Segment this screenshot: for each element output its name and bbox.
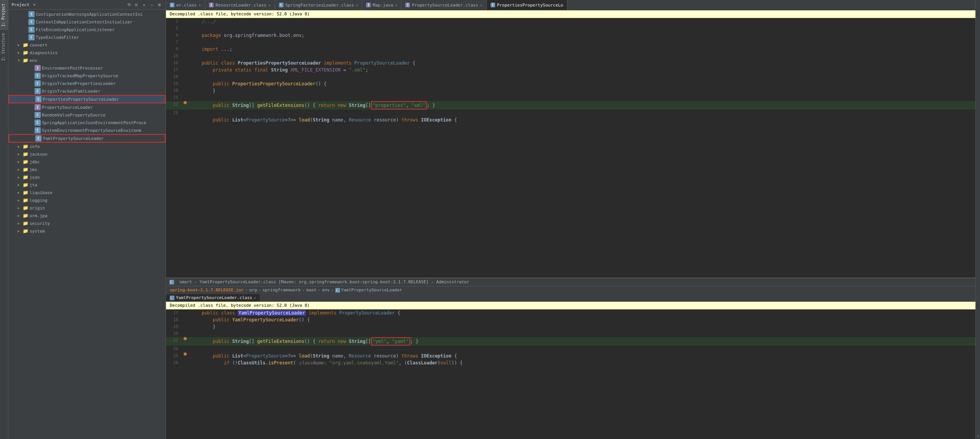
toolbar-icon-minimize[interactable]: — (149, 2, 155, 8)
left-sidebar-tabs: 1: Project Z: Structure (0, 0, 8, 439)
top-tab-bar: C er.class ✕ I ResourceLoader.class ✕ C … (166, 0, 975, 10)
tree-item-random-value[interactable]: C RandomValuePropertySource (8, 111, 166, 119)
class-icon: C (35, 88, 41, 94)
tree-item-logging[interactable]: ▶ 📁 logging (8, 196, 166, 204)
tab-label: Map.java (373, 3, 393, 8)
toolbar-icon-refresh[interactable]: ⟲ (126, 2, 132, 8)
code-line-8: 8 import ...; (166, 46, 975, 53)
project-dropdown-arrow[interactable]: ▼ (33, 3, 35, 7)
tree-item-origin[interactable]: ▶ 📁 origin (8, 204, 166, 212)
code-line-19: 19 public PropertiesPropertySourceLoader… (166, 80, 975, 87)
code-line-25: 25 (166, 110, 975, 116)
folder-icon: 📁 (22, 50, 28, 56)
folder-icon: 📁 (22, 182, 28, 188)
class-icon: C (35, 127, 41, 133)
tree-item-liquibase[interactable]: ▶ 📁 liquibase (8, 189, 166, 196)
class-icon: C (28, 27, 35, 33)
sidebar-tab-project[interactable]: 1: Project (0, 0, 8, 30)
popup-tab-label: YamlPropertySourceLoader.class (176, 295, 252, 300)
top-editor-info-bar: Decompiled .class file, bytecode version… (166, 10, 975, 18)
tree-item-properties-loader[interactable]: C PropertiesPropertySourceLoader (8, 95, 166, 103)
project-toolbar: ⟲ ⊡ ✦ — ⊞ (126, 2, 163, 8)
tree-item-jta[interactable]: ▶ 📁 jta (8, 181, 166, 189)
tab-close[interactable]: ✕ (480, 3, 483, 7)
class-icon: C (28, 19, 35, 25)
tab-close[interactable]: ✕ (199, 3, 201, 7)
scroll-arrow-down[interactable]: ↓ (977, 433, 979, 437)
tree-item-env[interactable]: ▼ 📁 env (8, 57, 166, 64)
project-title: Project (12, 2, 29, 7)
folder-icon: 📁 (22, 190, 28, 196)
folder-icon: 📁 (22, 213, 28, 219)
tree-item-diagnostics[interactable]: ▶ 📁 diagnostics (8, 49, 166, 57)
code-line-5: 5 (166, 25, 975, 32)
popup-title-text: smart - YamlPropertySourceLoader.class [… (179, 279, 469, 284)
tree-item-config-warnings[interactable]: C ConfigurationWarningsApplicationContex… (8, 10, 166, 18)
tree-item-property-source-loader[interactable]: I PropertySourceLoader (8, 103, 166, 111)
toolbar-icon-settings[interactable]: ✦ (141, 2, 147, 8)
tree-item-origin-tracked-yaml[interactable]: C OriginTrackedYamlLoader (8, 87, 166, 95)
code-line-22: 22 public String[] getFileExtensions() {… (166, 101, 975, 110)
tab-label: SpringFactoriesLoader.class (285, 3, 354, 8)
tree-item-spring-app-json[interactable]: C SpringApplicationJsonEnvironmentPostPr… (8, 119, 166, 126)
tree-item-jdbc[interactable]: ▶ 📁 jdbc (8, 158, 166, 166)
tree-item-yaml-loader[interactable]: C YamlPropertySourceLoader (8, 134, 166, 143)
breadcrumb-jar: spring-boot-2.1.7.RELEASE.jar (170, 288, 244, 293)
popup-editor-info: Decompiled .class file, bytecode version… (166, 302, 975, 309)
popup-title-icon: C (169, 279, 177, 284)
tree-item-orm-jpa[interactable]: ▶ 📁 orm.jpa (8, 212, 166, 220)
toolbar-icon-collapse[interactable]: ⊡ (133, 2, 139, 8)
code-line-16: 16 public class PropertiesPropertySource… (166, 60, 975, 67)
popup-code-line-19: 19 } (166, 323, 975, 330)
tab-icon: I (405, 3, 410, 7)
class-icon: C (35, 112, 41, 118)
tab-properties-property-source-loader[interactable]: C PropertiesPropertySourceLo (487, 0, 567, 10)
tree-item-system[interactable]: ▶ 📁 system (8, 227, 166, 235)
tree-item-origin-tracked-map[interactable]: C OriginTrackedMapPropertySource (8, 72, 166, 80)
tab-label: ResourceLoader.class (216, 3, 266, 8)
tab-close[interactable]: ✕ (395, 3, 397, 7)
popup-tab-yaml[interactable]: C YamlPropertySourceLoader.class ✕ (166, 294, 260, 301)
tab-icon: I (366, 3, 371, 7)
tree-item-json[interactable]: ▶ 📁 json (8, 173, 166, 181)
tree-item-info[interactable]: ▶ 📁 info (8, 143, 166, 150)
editor-split: Decompiled .class file, bytecode version… (166, 10, 975, 439)
tab-er-class[interactable]: C er.class ✕ (166, 0, 205, 10)
breadcrumb-boot: boot (306, 288, 317, 293)
class-icon: C (35, 120, 41, 126)
folder-icon: 📁 (22, 174, 28, 180)
tree-item-context-id[interactable]: C ContextIdApplicationContextInitializer (8, 18, 166, 26)
tree-item-origin-tracked-props[interactable]: C OriginTrackedPropertiesLoader (8, 80, 166, 87)
popup-code-line-21: 21 public String[] getFileExtensions() {… (166, 337, 975, 346)
breadcrumb-sep-5: › (331, 288, 334, 293)
popup-code-view[interactable]: 17 public class YamlPropertySourceLoader… (166, 309, 975, 439)
top-code-view[interactable]: 1 /.../ 5 6 package org.springframework.… (166, 18, 975, 278)
tree-item-jackson[interactable]: ▶ 📁 jackson (8, 150, 166, 158)
popup-code-line-18: 18 public YamlPropertySourceLoader() { (166, 316, 975, 323)
tab-map-java[interactable]: I Map.java ✕ (362, 0, 401, 10)
tree-item-type-exclude[interactable]: C TypeExcludeFilter (8, 33, 166, 41)
tab-close[interactable]: ✕ (268, 3, 270, 7)
folder-icon: 📁 (22, 151, 28, 157)
popup-tab-close[interactable]: ✕ (254, 296, 256, 300)
folder-icon: 📁 (22, 143, 28, 150)
tree-item-security[interactable]: ▶ 📁 security (8, 220, 166, 227)
tab-property-source-loader[interactable]: I PropertySourceLoader.class ✕ (401, 0, 486, 10)
right-edge: ↓ (975, 0, 980, 439)
sidebar-tab-structure[interactable]: Z: Structure (0, 30, 8, 64)
tree-item-env-post-processor[interactable]: I EnvironmentPostProcessor (8, 64, 166, 72)
tab-resource-loader[interactable]: I ResourceLoader.class ✕ (205, 0, 275, 10)
tree-item-system-env[interactable]: C SystemEnvironmentPropertySourceEnviron… (8, 126, 166, 134)
breadcrumb-class: C YamlPropertySourceLoader (335, 288, 402, 293)
tab-spring-factories[interactable]: C SpringFactoriesLoader.class ✕ (275, 0, 363, 10)
toolbar-icon-expand[interactable]: ⊞ (156, 2, 163, 8)
class-icon: C (28, 34, 35, 40)
tree-item-convert[interactable]: ▶ 📁 convert (8, 41, 166, 49)
popup-code-line-17: 17 public class YamlPropertySourceLoader… (166, 309, 975, 316)
tree-item-jms[interactable]: ▶ 📁 jms (8, 166, 166, 173)
popup-tab-bar: C YamlPropertySourceLoader.class ✕ (166, 294, 975, 302)
popup-code-line-25: 25 public List<PropertySource<?>> load(S… (166, 353, 975, 359)
tree-item-file-encoding[interactable]: C FileEncodingApplicationListener (8, 26, 166, 33)
code-line-18: 18 (166, 73, 975, 80)
tab-close[interactable]: ✕ (356, 3, 358, 7)
